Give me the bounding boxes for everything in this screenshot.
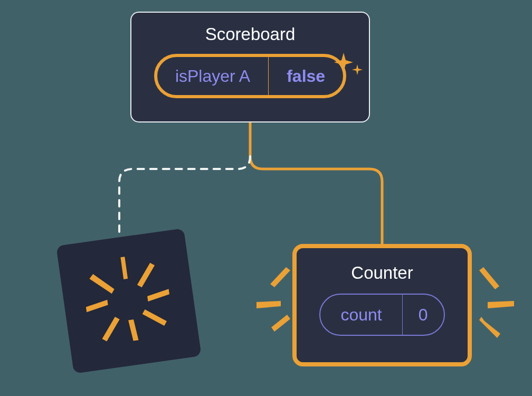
svg-marker-12 [488,301,514,308]
svg-marker-13 [479,317,500,338]
scoreboard-prop-pill: isPlayer A false [154,54,346,98]
svg-marker-6 [86,300,109,313]
state-name: count [320,295,402,335]
svg-marker-2 [147,289,170,301]
svg-marker-11 [479,267,499,289]
scoreboard-card: Scoreboard isPlayer A false [130,12,370,122]
sparkle-icon [333,51,365,82]
svg-marker-7 [89,271,115,297]
svg-marker-3 [142,307,168,329]
state-value: 0 [403,295,444,335]
emphasis-burst-right-icon [470,264,517,348]
svg-marker-8 [270,267,290,287]
prop-value: false [269,57,343,95]
burst-inward-icon [56,228,202,374]
counter-title: Counter [297,263,468,283]
counter-state-pill: count 0 [319,294,444,336]
svg-marker-1 [135,262,158,288]
svg-marker-4 [128,319,138,342]
scoreboard-title: Scoreboard [131,24,369,44]
removed-component-box [56,228,202,374]
svg-marker-0 [120,257,128,279]
svg-marker-10 [271,315,290,332]
prop-name: isPlayer A [157,57,269,95]
svg-marker-9 [256,301,281,308]
emphasis-burst-left-icon [253,264,296,348]
svg-marker-5 [99,316,122,342]
counter-card: Counter count 0 [292,244,472,366]
